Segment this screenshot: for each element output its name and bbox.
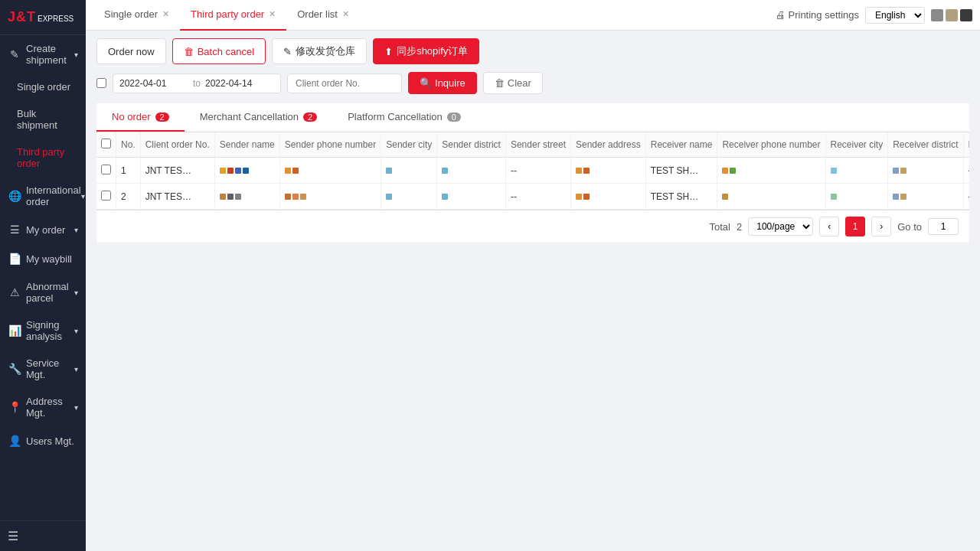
print-settings-button[interactable]: 🖨 Printing settings bbox=[776, 9, 860, 21]
clear-button[interactable]: 🗑 Clear bbox=[483, 72, 543, 94]
td-sender-city bbox=[381, 158, 437, 184]
no-order-badge: 2 bbox=[155, 112, 169, 122]
th-sender-address: Sender address bbox=[570, 132, 645, 158]
sidebar-item-label: Users Mgt. bbox=[26, 435, 74, 447]
next-page-button[interactable]: › bbox=[871, 217, 891, 236]
color-block-1[interactable] bbox=[931, 9, 943, 21]
filter-row: to 🔍 Inquire 🗑 Clear bbox=[96, 72, 969, 94]
order-no-input[interactable] bbox=[287, 73, 402, 93]
td-receiver-district bbox=[888, 158, 963, 184]
select-all-checkbox[interactable] bbox=[101, 139, 111, 148]
table-header-row: No. Client order No. Sender name Sender … bbox=[96, 132, 969, 158]
trash-icon: 🗑 bbox=[184, 46, 194, 57]
td-sender-name bbox=[214, 184, 279, 210]
tab-platform-cancellation[interactable]: Platform Cancellation 0 bbox=[332, 103, 476, 132]
sidebar-bottom: ☰ bbox=[0, 520, 86, 551]
td-receiver-city bbox=[825, 184, 888, 210]
color-block-3[interactable] bbox=[960, 9, 972, 21]
sidebar-item-address-mgt[interactable]: 📍 Address Mgt. ▾ bbox=[0, 388, 86, 426]
row-checkbox[interactable] bbox=[101, 191, 111, 201]
main-content: Single order ✕ Third party order ✕ Order… bbox=[86, 0, 980, 551]
td-no: 1 bbox=[116, 158, 141, 184]
date-to-input[interactable] bbox=[205, 78, 274, 89]
sidebar-item-my-order[interactable]: ☰ My order ▾ bbox=[0, 215, 86, 244]
sidebar-item-label: My waybill bbox=[26, 253, 72, 265]
toolbar: Order now 🗑 Batch cancel ✎ 修改发货仓库 ⬆ 同步sh… bbox=[96, 38, 969, 64]
sidebar-item-label: Service Mgt. bbox=[26, 357, 74, 380]
chevron-down-icon: ▾ bbox=[74, 289, 78, 297]
td-receiver-name: TEST SH… bbox=[645, 184, 717, 210]
sidebar-item-abnormal-parcel[interactable]: ⚠ Abnormal parcel ▾ bbox=[0, 273, 86, 311]
merchant-cancel-badge: 2 bbox=[303, 112, 317, 122]
td-receiver-city bbox=[825, 158, 888, 184]
sidebar-item-create-shipment[interactable]: ✎ Create shipment ▾ bbox=[0, 35, 86, 73]
orders-table: No. Client order No. Sender name Sender … bbox=[96, 132, 969, 210]
td-sender-address bbox=[570, 158, 645, 184]
sidebar-item-bulk-shipment[interactable]: Bulk shipment bbox=[0, 100, 86, 139]
total-label: Total bbox=[710, 221, 730, 233]
table-row: 2 JNT TES… bbox=[96, 184, 969, 210]
sidebar-item-label: Signing analysis bbox=[26, 319, 74, 342]
tab-merchant-cancellation[interactable]: Merchant Cancellation 2 bbox=[185, 103, 332, 132]
close-icon[interactable]: ✕ bbox=[162, 9, 169, 19]
tab-third-party-order[interactable]: Third party order ✕ bbox=[180, 0, 286, 31]
close-icon[interactable]: ✕ bbox=[342, 9, 349, 19]
td-receiver-name: TEST SH… bbox=[645, 158, 717, 184]
tab-label: Merchant Cancellation bbox=[200, 111, 299, 122]
sync-shopify-button[interactable]: ⬆ 同步shopify订单 bbox=[373, 38, 479, 64]
date-checkbox[interactable] bbox=[96, 78, 106, 88]
td-receiver-district bbox=[888, 184, 963, 210]
address-icon: 📍 bbox=[8, 400, 21, 414]
sidebar-item-label: Create shipment bbox=[26, 43, 74, 66]
my-order-icon: ☰ bbox=[8, 223, 21, 236]
language-select[interactable]: English 中文 bbox=[865, 7, 925, 24]
modify-warehouse-button[interactable]: ✎ 修改发货仓库 bbox=[272, 38, 367, 64]
batch-cancel-button[interactable]: 🗑 Batch cancel bbox=[172, 38, 266, 64]
tab-no-order[interactable]: No order 2 bbox=[96, 103, 185, 132]
prev-page-button[interactable]: ‹ bbox=[819, 217, 839, 236]
th-client-order-no: Client order No. bbox=[140, 132, 214, 158]
hamburger-icon[interactable]: ☰ bbox=[8, 530, 18, 543]
sidebar-item-label: Bulk shipment bbox=[17, 108, 78, 131]
abnormal-icon: ⚠ bbox=[8, 285, 21, 299]
printer-icon: 🖨 bbox=[776, 9, 786, 21]
tab-single-order[interactable]: Single order ✕ bbox=[93, 0, 180, 31]
color-blocks bbox=[931, 9, 972, 21]
th-sender-district: Sender district bbox=[437, 132, 506, 158]
td-client-order-no: JNT TES… bbox=[140, 184, 214, 210]
order-now-button[interactable]: Order now bbox=[96, 38, 166, 64]
table-section: No order 2 Merchant Cancellation 2 Platf… bbox=[96, 103, 969, 210]
page-content: Order now 🗑 Batch cancel ✎ 修改发货仓库 ⬆ 同步sh… bbox=[86, 31, 980, 551]
goto-page-input[interactable] bbox=[928, 218, 959, 235]
page-1-button[interactable]: 1 bbox=[845, 217, 865, 236]
sidebar: J&T EXPRESS ✎ Create shipment ▾ Single o… bbox=[0, 0, 86, 551]
td-receiver-street: -- bbox=[963, 184, 969, 210]
sidebar-item-service-mgt[interactable]: 🔧 Service Mgt. ▾ bbox=[0, 350, 86, 388]
date-from-input[interactable] bbox=[119, 78, 188, 89]
td-client-order-no: JNT TES… bbox=[140, 158, 214, 184]
td-checkbox bbox=[96, 184, 116, 210]
th-sender-phone: Sender phone number bbox=[279, 132, 381, 158]
th-receiver-name: Receiver name bbox=[645, 132, 717, 158]
sidebar-item-third-party-order[interactable]: Third party order bbox=[0, 139, 86, 177]
page-size-select[interactable]: 100/page 50/page 20/page bbox=[748, 217, 813, 236]
close-icon[interactable]: ✕ bbox=[269, 9, 276, 19]
logo-text: J&T bbox=[8, 9, 36, 25]
color-block-2[interactable] bbox=[946, 9, 958, 21]
inquire-button[interactable]: 🔍 Inquire bbox=[408, 72, 477, 94]
topbar-right: 🖨 Printing settings English 中文 bbox=[776, 7, 973, 24]
sidebar-item-label: Single order bbox=[17, 81, 70, 93]
th-sender-street: Sender street bbox=[505, 132, 570, 158]
td-receiver-street: -- bbox=[963, 158, 969, 184]
create-shipment-icon: ✎ bbox=[8, 47, 21, 61]
td-receiver-phone bbox=[717, 158, 825, 184]
sidebar-item-my-waybill[interactable]: 📄 My waybill bbox=[0, 244, 86, 273]
sidebar-item-single-order[interactable]: Single order bbox=[0, 73, 86, 100]
sidebar-item-international-order[interactable]: 🌐 International order ▾ bbox=[0, 177, 86, 215]
row-checkbox[interactable] bbox=[101, 165, 111, 174]
sync-icon: ⬆ bbox=[384, 46, 393, 57]
sidebar-item-users-mgt[interactable]: 👤 Users Mgt. bbox=[0, 426, 86, 455]
tab-order-list[interactable]: Order list ✕ bbox=[286, 0, 360, 31]
sidebar-item-signing-analysis[interactable]: 📊 Signing analysis ▾ bbox=[0, 311, 86, 350]
td-sender-district bbox=[437, 158, 506, 184]
